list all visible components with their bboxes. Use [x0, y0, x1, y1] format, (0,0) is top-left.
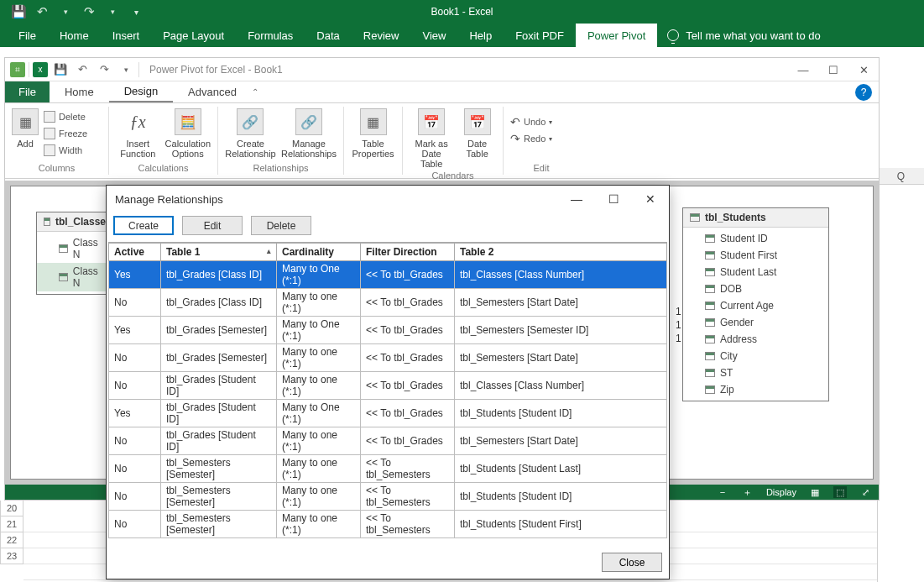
diagram-view-icon[interactable]: ⬚ [833, 486, 847, 498]
minimize-icon[interactable]: — [788, 58, 818, 81]
col-active[interactable]: Active [109, 244, 161, 261]
table-properties-button[interactable]: ▦Table Properties [351, 108, 395, 159]
fit-icon[interactable]: ⤢ [859, 486, 872, 498]
row-20[interactable]: 20 [0, 501, 23, 516]
cell: Many to one (*:1) [277, 511, 361, 538]
manage-relationships-button[interactable]: 🔗Manage Relationships [281, 108, 337, 159]
delete-button[interactable]: Delete [251, 216, 311, 235]
redo-icon[interactable]: ↷ [77, 0, 101, 24]
maximize-icon[interactable]: ☐ [818, 58, 848, 81]
insert-function-button[interactable]: ƒxInsert Function [116, 108, 160, 159]
close-icon[interactable]: ✕ [848, 58, 879, 81]
calc-options-button[interactable]: 🧮Calculation Options [165, 108, 211, 159]
save-icon[interactable]: 💾 [7, 0, 30, 24]
table-row[interactable]: Yestbl_Grades [Class ID]Many to One (*:1… [109, 261, 667, 289]
col-q[interactable]: Q [878, 168, 924, 185]
field-item[interactable]: Zip [683, 381, 828, 398]
field-item[interactable]: Class N [37, 263, 112, 291]
cell: tbl_Semesters [Start Date] [455, 427, 667, 455]
field-item[interactable]: ST [683, 364, 828, 381]
tab-powerpivot[interactable]: Power Pivot [576, 24, 657, 47]
save-icon[interactable]: 💾 [51, 60, 70, 79]
tab-file[interactable]: File [7, 24, 48, 47]
table-row[interactable]: Notbl_Semesters [Semester]Many to one (*… [109, 483, 667, 511]
tab-view[interactable]: View [410, 24, 457, 47]
tab-data[interactable]: Data [305, 24, 351, 47]
cell: tbl_Grades [Class ID] [161, 289, 277, 317]
excel-icon[interactable]: x [33, 62, 48, 77]
tab-home[interactable]: Home [48, 24, 101, 47]
table-row[interactable]: Notbl_Grades [Student ID]Many to one (*:… [109, 427, 667, 455]
table-row[interactable]: Notbl_Semesters [Semester]Many to one (*… [109, 511, 667, 538]
field-item[interactable]: Current Age [683, 297, 828, 314]
customize-qat-icon[interactable]: ▾ [124, 0, 148, 24]
tellme[interactable]: Tell me what you want to do [657, 24, 830, 47]
undo-icon[interactable]: ↶ [73, 60, 91, 79]
close-icon[interactable]: ✕ [632, 186, 669, 212]
add-column-button[interactable]: ▦Add [12, 108, 39, 149]
table-row[interactable]: Notbl_Grades [Class ID]Many to one (*:1)… [109, 289, 667, 317]
delete-column-button[interactable]: Delete [44, 108, 111, 125]
tab-help[interactable]: Help [457, 24, 504, 47]
collapse-ribbon-icon[interactable]: ⌃ [252, 87, 258, 97]
row-21[interactable]: 21 [0, 516, 23, 532]
col-table1[interactable]: Table 1▴ [161, 244, 277, 261]
minimize-icon[interactable]: — [558, 186, 595, 212]
col-table2[interactable]: Table 2 [455, 244, 667, 261]
column-icon [59, 244, 68, 253]
field-item[interactable]: Student First [683, 247, 828, 264]
pp-tab-design[interactable]: Design [109, 81, 173, 102]
row-23[interactable]: 23 [0, 548, 23, 564]
redo-button[interactable]: ↷Redo▾ [510, 130, 577, 147]
chevron-down-icon[interactable]: ▾ [54, 0, 77, 24]
pp-tab-advanced[interactable]: Advanced [173, 81, 252, 102]
grid-view-icon[interactable]: ▦ [808, 486, 822, 498]
tab-pagelayout[interactable]: Page Layout [151, 24, 236, 47]
create-relationship-button[interactable]: 🔗Create Relationship [225, 108, 276, 159]
help-icon[interactable]: ? [855, 84, 872, 101]
close-button[interactable]: Close [602, 553, 662, 572]
date-table-button[interactable]: 📅Date Table [458, 108, 496, 159]
pp-tab-file[interactable]: File [5, 81, 50, 102]
table-row[interactable]: Notbl_Semesters [Semester]Many to one (*… [109, 455, 667, 483]
tab-review[interactable]: Review [352, 24, 411, 47]
tprop-label: Table Properties [352, 139, 394, 159]
undo-icon[interactable]: ↶ [30, 0, 54, 24]
table-students[interactable]: tbl_Students Student IDStudent FirstStud… [682, 207, 829, 401]
table-classes[interactable]: tbl_Classe Class N Class N [36, 212, 113, 295]
col-cardinality[interactable]: Cardinality [277, 244, 361, 261]
pp-tab-home[interactable]: Home [50, 81, 109, 102]
tab-foxit[interactable]: Foxit PDF [504, 24, 576, 47]
field-item[interactable]: City [683, 348, 828, 364]
create-button[interactable]: Create [113, 216, 174, 235]
field-item[interactable]: Address [683, 331, 828, 348]
relationships-grid[interactable]: Active Table 1▴ Cardinality Filter Direc… [108, 242, 667, 538]
field-item[interactable]: Student ID [683, 230, 828, 247]
tab-formulas[interactable]: Formulas [236, 24, 305, 47]
table-row[interactable]: Notbl_Grades [Student ID]Many to one (*:… [109, 372, 667, 400]
redo-icon[interactable]: ↷ [95, 60, 113, 79]
chevron-down-icon[interactable]: ▾ [101, 0, 124, 24]
mark-date-table-button[interactable]: 📅Mark as Date Table [410, 108, 453, 169]
field-item[interactable]: Class N [37, 234, 112, 263]
qat-dropdown-icon[interactable]: ▾ [117, 60, 135, 79]
maximize-icon[interactable]: ☐ [595, 186, 632, 212]
width-button[interactable]: Width [44, 142, 111, 159]
freeze-column-button[interactable]: Freeze [44, 125, 111, 142]
table-row[interactable]: Notbl_Grades [Semester]Many to one (*:1)… [109, 344, 667, 372]
table-row[interactable]: Yestbl_Grades [Semester]Many to One (*:1… [109, 317, 667, 344]
cell: tbl_Classes [Class Number] [455, 261, 667, 289]
col-filter[interactable]: Filter Direction [361, 244, 455, 261]
undo-label: Undo [524, 117, 546, 127]
field-item[interactable]: DOB [683, 281, 828, 297]
zoom-in-icon[interactable]: ＋ [741, 486, 754, 498]
tab-insert[interactable]: Insert [101, 24, 152, 47]
undo-button[interactable]: ↶Undo▾ [510, 113, 577, 130]
field-item[interactable]: Gender [683, 314, 828, 331]
zoom-out-icon[interactable]: − [716, 486, 729, 498]
field-item[interactable]: Student Last [683, 264, 828, 281]
edit-button[interactable]: Edit [182, 216, 243, 235]
row-22[interactable]: 22 [0, 532, 23, 548]
table-row[interactable]: Yestbl_Grades [Student ID]Many to One (*… [109, 400, 667, 427]
redo-label: Redo [524, 134, 546, 144]
